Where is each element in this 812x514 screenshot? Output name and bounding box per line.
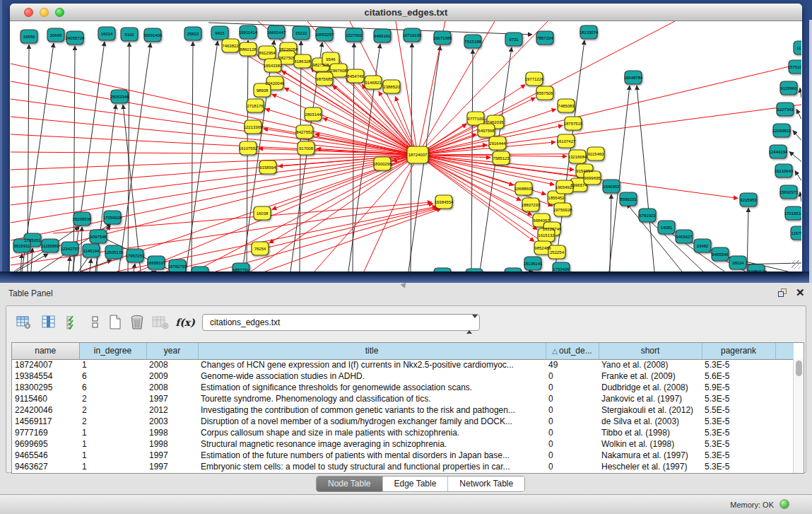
table-cell-filler [775, 427, 794, 438]
table-row[interactable]: 977716911998Corpus callosum shape and si… [12, 427, 794, 438]
table-selector-dropdown[interactable]: citations_edges.txt [202, 314, 480, 331]
table-cell: 5.5E-5 [702, 404, 775, 416]
tab-network-table[interactable]: Network Table [447, 477, 524, 491]
table-cell: 0 [546, 438, 599, 450]
table-cell: 5.3E-5 [702, 393, 775, 404]
table-row[interactable]: 946362711997Embryonic stem cells: a mode… [12, 461, 794, 472]
svg-text:1733426: 1733426 [553, 267, 570, 271]
table-scrollbar[interactable] [793, 359, 804, 474]
svg-text:2967608: 2967608 [330, 69, 347, 73]
svg-text:12444194: 12444194 [769, 150, 788, 154]
table-cell: 1998 [146, 427, 198, 438]
svg-text:9158594: 9158594 [259, 165, 276, 170]
table-cell-filler [775, 416, 794, 427]
table-row[interactable]: 969969511998Structural magnetic resonanc… [12, 438, 794, 450]
select-columns-icon[interactable] [64, 313, 82, 332]
table-cell: 1 [79, 438, 146, 450]
dropdown-arrows-icon [466, 318, 473, 328]
network-graph-canvas[interactable]: 1872400719384554183002951655020666240557… [11, 21, 801, 271]
table-row[interactable]: 1938455462009Genome-wide association stu… [12, 370, 794, 382]
table-cell: Jankovic et al. (1997) [599, 393, 702, 404]
table-scrollbar-thumb[interactable] [796, 361, 802, 376]
table-cell-filler [775, 393, 794, 404]
table-cell-filler [775, 359, 794, 370]
svg-text:7485083: 7485083 [558, 104, 575, 108]
window-resize-grip[interactable] [792, 260, 801, 269]
sort-ascending-icon: △ [552, 347, 558, 355]
svg-text:17359928: 17359928 [103, 216, 122, 220]
table-row[interactable]: 911546021997Tourette syndrome. Phenomeno… [12, 393, 794, 404]
table-cell: 2 [79, 416, 146, 427]
application-window: citations_edges.txt 18724007193845541830… [0, 0, 812, 514]
table-row[interactable]: 1456911722003Disruption of a novel membe… [12, 416, 794, 427]
svg-text:252254: 252254 [550, 250, 565, 255]
svg-text:25053346: 25053346 [110, 95, 129, 99]
table-cell: 0 [546, 370, 599, 382]
table-row[interactable]: 2242004622012Investigating the contribut… [12, 404, 794, 416]
column-header-short[interactable]: short [599, 343, 702, 359]
table-cell: Estimation of the future numbers of pati… [198, 450, 546, 461]
svg-text:15136141: 15136141 [524, 262, 543, 266]
svg-text:18300295: 18300295 [373, 162, 392, 166]
svg-text:9245012: 9245012 [748, 269, 765, 272]
table-cell-filler [775, 382, 794, 393]
svg-text:13216684: 13216684 [568, 155, 587, 159]
svg-text:16120746: 16120746 [543, 227, 562, 231]
table-cell: Structural magnetic resonance image aver… [198, 438, 546, 450]
function-builder-icon[interactable]: f(x) [176, 313, 194, 332]
table-cell: Dudbridge et al. (2008) [599, 382, 702, 393]
svg-text:9827508: 9827508 [312, 63, 329, 67]
graph-node[interactable] [466, 269, 483, 271]
network-window-titlebar[interactable]: citations_edges.txt [10, 4, 802, 21]
tab-edge-table[interactable]: Edge Table [382, 477, 448, 491]
svg-text:8454749: 8454749 [347, 74, 364, 78]
tab-node-table[interactable]: Node Table [317, 477, 382, 491]
table-cell: 9777169 [12, 427, 79, 438]
graph-node[interactable] [505, 268, 522, 271]
column-visibility-icon[interactable] [40, 313, 58, 332]
column-header-filler [775, 343, 794, 359]
table-row[interactable]: 1830029562008Estimation of significance … [12, 382, 794, 393]
svg-text:16210643: 16210643 [775, 169, 794, 173]
svg-text:9097548: 9097548 [90, 235, 107, 239]
memory-status-label: Memory: OK [730, 501, 774, 509]
table-row[interactable]: 946554611997Estimation of the future num… [12, 450, 794, 461]
column-header-out-degree[interactable]: △out_de... [546, 343, 599, 359]
table-cell: 5.3E-5 [702, 359, 775, 370]
table-panel-body: f(x) citations_edges.txt name in_degree … [6, 305, 806, 473]
graph-node[interactable] [434, 268, 451, 271]
close-panel-icon[interactable]: ✕ [796, 286, 805, 299]
delete-table-icon[interactable] [128, 313, 146, 332]
svg-text:6497568: 6497568 [478, 129, 495, 133]
svg-text:10653257: 10653257 [315, 33, 334, 37]
column-header-in-degree[interactable]: in_degree [79, 343, 146, 359]
svg-text:19771226: 19771226 [525, 77, 544, 81]
svg-text:15751074: 15751074 [788, 65, 801, 69]
column-header-year[interactable]: year [146, 343, 198, 359]
svg-text:24055724: 24055724 [66, 36, 85, 40]
svg-text:98908: 98908 [257, 88, 269, 93]
svg-text:9684067: 9684067 [533, 218, 550, 223]
table-toolbar: f(x) citations_edges.txt [6, 306, 806, 340]
table-cell: 5.3E-5 [702, 416, 775, 427]
row-height-icon[interactable] [86, 313, 105, 332]
table-cell: Yano et al. (2008) [599, 359, 702, 370]
svg-text:7585123: 7585123 [493, 156, 510, 160]
svg-text:9154694: 9154694 [576, 169, 593, 173]
svg-text:9102: 9102 [124, 33, 134, 37]
table-row[interactable]: 1872400712008Changes of HCN gene express… [12, 359, 794, 370]
new-table-icon[interactable] [106, 313, 124, 332]
table-cell: 5.9E-5 [702, 382, 775, 393]
column-header-pagerank[interactable]: pagerank [702, 343, 775, 359]
table-cell: 9699695 [12, 438, 79, 450]
svg-text:9546: 9546 [326, 57, 336, 62]
column-header-title[interactable]: title [198, 343, 546, 359]
table-cell: 2008 [146, 382, 198, 393]
svg-text:16014: 16014 [101, 32, 113, 36]
table-settings-icon[interactable] [15, 313, 33, 332]
svg-text:15222: 15222 [295, 31, 307, 35]
svg-text:16601447: 16601447 [267, 30, 286, 35]
column-header-name[interactable]: name [12, 343, 79, 359]
svg-text:18724007: 18724007 [408, 153, 428, 157]
float-panel-icon[interactable] [777, 288, 788, 298]
